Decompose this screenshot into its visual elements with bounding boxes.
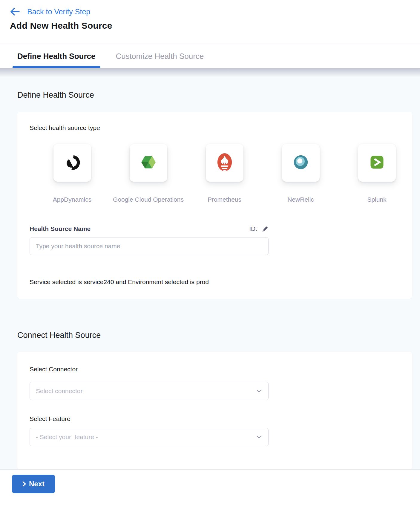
id-label: ID: xyxy=(249,225,257,232)
tab-define-label: Define Health Source xyxy=(17,52,96,61)
prometheus-icon xyxy=(217,153,232,173)
health-source-name-label: Health Source Name xyxy=(30,225,91,232)
feature-select-value: - Select your feature - xyxy=(36,433,98,441)
feature-select[interactable]: - Select your feature - xyxy=(30,428,269,446)
arrow-left-icon xyxy=(10,7,20,16)
health-source-name-row: Health Source Name ID: xyxy=(30,225,269,232)
google-cloud-operations-tile[interactable] xyxy=(130,144,167,182)
source-option-appdynamics: AppDynamics xyxy=(34,144,110,203)
chevron-down-icon xyxy=(257,434,262,440)
select-source-type-label: Select health source type xyxy=(30,124,400,131)
chevron-right-icon xyxy=(22,481,26,487)
id-edit-group: ID: xyxy=(249,225,269,232)
back-link-label: Back to Verify Step xyxy=(27,7,90,16)
back-to-verify-link[interactable]: Back to Verify Step xyxy=(10,7,420,16)
tab-customize-label: Customize Health Source xyxy=(116,52,204,61)
tabbar-shadow xyxy=(0,68,420,77)
next-button[interactable]: Next xyxy=(12,475,55,493)
source-option-splunk: Splunk xyxy=(339,144,415,203)
newrelic-tile[interactable] xyxy=(282,144,320,182)
google-cloud-operations-icon xyxy=(140,155,157,171)
select-feature-label: Select Feature xyxy=(30,415,400,422)
service-environment-note: Service selected is service240 and Envir… xyxy=(30,278,400,286)
source-label: AppDynamics xyxy=(53,196,92,203)
tab-customize-health-source[interactable]: Customize Health Source xyxy=(111,44,209,68)
connect-section-title: Connect Health Source xyxy=(17,330,420,340)
page-header: Back to Verify Step Add New Health Sourc… xyxy=(0,0,420,44)
source-option-newrelic: NewRelic xyxy=(263,144,339,203)
source-option-google-cloud-operations: Google Cloud Operations xyxy=(110,144,186,203)
source-label: Google Cloud Operations xyxy=(113,196,184,203)
page-title: Add New Health Source xyxy=(10,21,420,31)
splunk-tile[interactable] xyxy=(358,144,396,182)
footer-bar: Next xyxy=(0,470,420,498)
tab-define-health-source[interactable]: Define Health Source xyxy=(13,44,100,68)
next-button-label: Next xyxy=(29,480,45,488)
health-source-name-input[interactable] xyxy=(30,237,269,255)
health-source-type-row: AppDynamics Google Cloud Operations xyxy=(34,144,415,203)
splunk-icon xyxy=(370,155,384,171)
connector-select[interactable]: Select connector xyxy=(30,382,269,400)
define-section-title: Define Health Source xyxy=(17,90,420,100)
source-label: NewRelic xyxy=(287,196,314,203)
source-label: Prometheus xyxy=(208,196,241,203)
connect-health-source-card: Select Connector Select connector Select… xyxy=(17,352,412,470)
select-connector-label: Select Connector xyxy=(30,366,400,373)
appdynamics-tile[interactable] xyxy=(53,144,91,182)
source-option-prometheus: Prometheus xyxy=(186,144,263,203)
chevron-down-icon xyxy=(257,388,262,394)
tab-bar: Define Health Source Customize Health So… xyxy=(0,44,420,68)
prometheus-tile[interactable] xyxy=(206,144,243,182)
main-content: Define Health Source Select health sourc… xyxy=(0,68,420,470)
newrelic-icon xyxy=(293,155,309,171)
source-label: Splunk xyxy=(367,196,386,203)
define-health-source-card: Select health source type AppDy xyxy=(17,112,412,299)
active-tab-underline xyxy=(13,66,100,68)
connector-select-value: Select connector xyxy=(36,387,82,395)
appdynamics-icon xyxy=(65,154,80,171)
edit-id-pencil-icon[interactable] xyxy=(262,226,269,232)
